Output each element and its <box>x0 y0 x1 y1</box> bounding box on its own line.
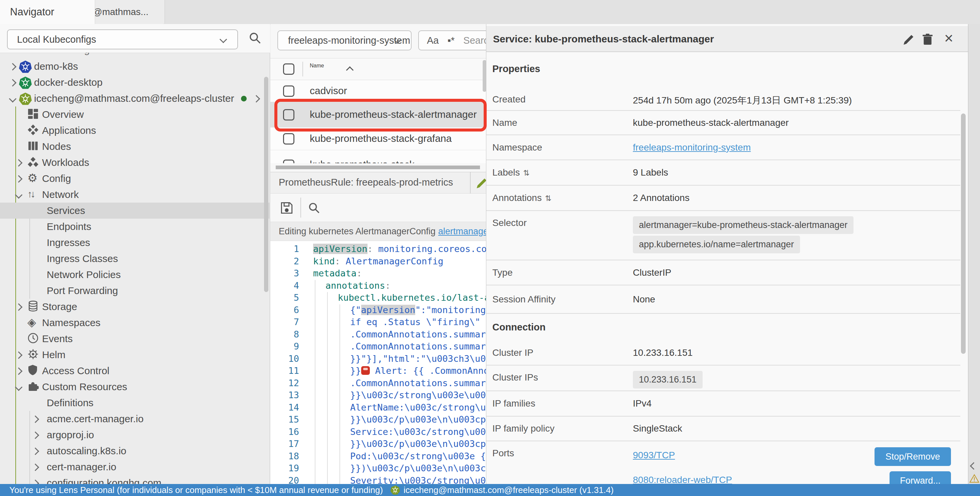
sidebar-item-custom-resources[interactable]: Custom Resources <box>0 379 270 395</box>
sidebar-item-network-policies[interactable]: Network Policies <box>0 267 270 283</box>
search-box[interactable]: Aa ▪* Search <box>418 30 487 51</box>
sidebar-item-icecheng-mathmast-com-freeleaps-cluster[interactable]: icecheng@mathmast.com@freeleaps-cluster <box>0 91 270 107</box>
row-checkbox[interactable] <box>283 109 294 121</box>
chevron-right-icon[interactable] <box>15 367 23 375</box>
sidebar-item-acme-cert-manager-io[interactable]: acme.cert-manager.io <box>0 411 270 427</box>
sidebar-item-ingresses[interactable]: Ingresses <box>0 235 270 251</box>
dock-tab[interactable]: PrometheusRule: freepeals-prod-metrics <box>270 172 487 194</box>
sidebar-item-configuration-konghq-com[interactable]: configuration.konghq.com <box>0 475 270 484</box>
line-number: 1 <box>270 243 299 255</box>
chevron-down-icon[interactable] <box>9 95 17 103</box>
chevron-right-icon[interactable] <box>9 79 17 87</box>
sidebar-item-helm[interactable]: Helm <box>0 347 270 363</box>
chevron-right-icon[interactable] <box>253 95 260 103</box>
sidebar-item-storage[interactable]: Storage <box>0 299 270 315</box>
sidebar-item-services[interactable]: Services <box>0 203 270 219</box>
line-number: 8 <box>270 328 299 340</box>
chevron-right-icon[interactable] <box>32 480 40 484</box>
sidebar-item-network[interactable]: ↑↓Network <box>0 187 270 203</box>
sidebar-item-cert-manager-io[interactable]: cert-manager.io <box>0 459 270 475</box>
chevron-right-icon[interactable] <box>15 351 23 359</box>
sidebar-item-namespaces[interactable]: ◈Namespaces <box>0 315 270 331</box>
close-icon[interactable]: × <box>944 30 953 46</box>
detail-row-ip-families: IP familiesIPv4 <box>486 391 960 417</box>
editing-resource-link[interactable]: alertmanager <box>438 226 487 237</box>
chevron-down-icon[interactable] <box>15 383 23 391</box>
sidebar-item-workloads[interactable]: Workloads <box>0 154 270 170</box>
editor-search-icon[interactable] <box>308 202 320 214</box>
edit-pencil-icon[interactable] <box>903 34 914 45</box>
sidebar-item-events[interactable]: Events <box>0 331 270 347</box>
code-line: 8.CommonAnnotations.summary }}- <box>270 328 487 340</box>
drawer-scrollbar[interactable] <box>961 113 966 354</box>
regex-icon[interactable]: ▪* <box>447 35 455 46</box>
sidebar-item-overview[interactable]: Overview <box>0 107 270 122</box>
forward-button[interactable]: Forward... <box>889 471 951 484</box>
sidebar-item-docker-desktop[interactable]: docker-desktop <box>0 75 270 91</box>
chevron-right-icon[interactable] <box>15 304 23 311</box>
chevron-right-icon[interactable] <box>32 448 40 455</box>
dock-divider <box>470 172 471 194</box>
row-checkbox[interactable] <box>283 86 294 97</box>
chevron-right-icon[interactable] <box>15 175 23 183</box>
detail-row-name: Namekube-prometheus-stack-alertmanager <box>486 111 960 135</box>
sort-toggle-icon[interactable]: ⇅ <box>545 194 551 203</box>
table-body: cadvisorkube-prometheus-stack-alertmanag… <box>270 80 487 163</box>
sidebar-item-config[interactable]: ⚙Config <box>0 170 270 187</box>
port-link[interactable]: 9093/TCP <box>633 450 675 461</box>
sidebar-item-endpoints[interactable]: Endpoints <box>0 219 270 235</box>
chevron-right-icon[interactable] <box>32 464 40 471</box>
save-icon[interactable] <box>280 202 293 214</box>
namespace-select[interactable]: freeleaps-monitoring-system <box>277 30 412 51</box>
code-line: 6{"apiVersion":"monitoring.core <box>270 304 487 316</box>
chevron-right-icon[interactable] <box>32 432 40 439</box>
sidebar-item-applications[interactable]: Applications <box>0 122 270 138</box>
port-link[interactable]: 8080:reloader-web/TCP <box>633 475 732 484</box>
active-cluster-status[interactable]: icecheng@mathmast.com@freeleaps-cluster … <box>390 485 614 495</box>
warning-icon[interactable] <box>969 474 979 483</box>
select-all-checkbox[interactable] <box>283 64 294 75</box>
sidebar-item-definitions[interactable]: Definitions <box>0 395 270 411</box>
detail-label: Cluster IPs <box>492 372 538 383</box>
name-column-header[interactable]: Name <box>310 63 324 69</box>
line-number: 14 <box>270 401 299 413</box>
table-row-kube-prometheus-stack-alertmanager[interactable]: kube-prometheus-stack-alertmanager <box>270 102 487 127</box>
sidebar-item-access-control[interactable]: Access Control <box>0 363 270 379</box>
sidebar-item-demo-k8s[interactable]: demo-k8s <box>0 59 270 75</box>
sidebar-item-autoscaling-k8s-io[interactable]: autoscaling.k8s.io <box>0 443 270 459</box>
namespace-link[interactable]: freeleaps-monitoring-system <box>633 142 751 153</box>
search-icon[interactable] <box>248 31 262 45</box>
edit-pencil-icon[interactable] <box>476 178 487 189</box>
table-row-cadvisor[interactable]: cadvisor <box>270 80 487 102</box>
kubeconfig-select[interactable]: Local Kubeconfigs <box>7 29 238 49</box>
search-placeholder[interactable]: Search <box>463 35 487 46</box>
row-checkbox[interactable] <box>283 159 294 163</box>
chevron-right-icon[interactable] <box>15 159 23 167</box>
code-line: 14AlertName:\u003c/strong\u003e <box>270 401 487 413</box>
chevron-down-icon[interactable] <box>15 191 23 199</box>
sidebar-item-argoproj-io[interactable]: argoproj.io <box>0 427 270 443</box>
sidebar-item-label: Endpoints <box>47 221 91 232</box>
yaml-editor[interactable]: 1apiVersion: monitoring.coreos.com/v12ki… <box>270 241 487 484</box>
collapse-chevron-icon[interactable] <box>970 462 978 470</box>
stop-remove-button[interactable]: Stop/Remove <box>875 447 951 466</box>
table-row-partial[interactable]: kube-prometheus-stack- <box>270 150 487 163</box>
row-checkbox[interactable] <box>283 133 294 145</box>
delete-trash-icon[interactable] <box>922 33 933 45</box>
table-row-kube-prometheus-stack-grafana[interactable]: kube-prometheus-stack-grafana <box>270 127 487 150</box>
sidebar-item-nodes[interactable]: Nodes <box>0 138 270 154</box>
sidebar-item-label: Network Policies <box>47 269 121 280</box>
sort-toggle-icon[interactable]: ⇅ <box>523 169 530 177</box>
chevron-right-icon[interactable] <box>9 63 17 71</box>
line-number: 2 <box>270 255 299 267</box>
detail-label: Created <box>492 94 526 105</box>
code-token: apiVersion <box>313 244 368 254</box>
horizontal-scrollbar[interactable] <box>276 165 480 169</box>
sort-ascending-icon[interactable] <box>346 67 354 74</box>
sidebar-item-port-forwarding[interactable]: Port Forwarding <box>0 283 270 299</box>
match-case-icon[interactable]: Aa <box>427 35 439 46</box>
sidebar-scrollbar[interactable] <box>264 77 268 292</box>
chevron-right-icon[interactable] <box>32 416 40 423</box>
toolbar-divider <box>301 197 301 218</box>
sidebar-item-ingress-classes[interactable]: Ingress Classes <box>0 251 270 267</box>
